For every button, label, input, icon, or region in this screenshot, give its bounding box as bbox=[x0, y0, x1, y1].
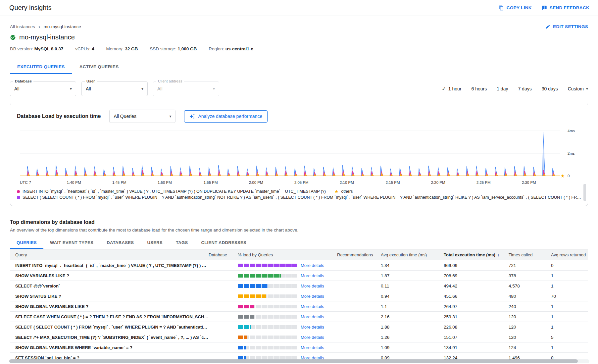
load-bar bbox=[238, 264, 297, 267]
legend-dot-icon bbox=[17, 190, 20, 193]
column-header-recommendations[interactable]: Recommendations bbox=[337, 252, 381, 257]
query-text: SELECT CASE WHEN COUNT ( * ) = ? THEN ? … bbox=[15, 314, 209, 319]
avg-execution-time-cell: 0.94 bbox=[381, 294, 444, 299]
more-details-link[interactable]: More details bbox=[301, 314, 324, 319]
chart-legend: INSERT INTO `mysql` . `heartbeat` ( `id`… bbox=[17, 189, 581, 203]
queries-table: QueryDatabase% load by QueriesRecommenda… bbox=[10, 249, 588, 363]
table-row: INSERT INTO `mysql` . `heartbeat` ( `id`… bbox=[10, 260, 588, 271]
column-header-query[interactable]: Query bbox=[10, 252, 209, 257]
detail-label: Memory: bbox=[106, 46, 124, 51]
more-details-link[interactable]: More details bbox=[301, 294, 324, 299]
dim-tab-client-addresses[interactable]: CLIENT ADDRESSES bbox=[195, 236, 253, 249]
client-address-filter-select: Client address All ▾ bbox=[153, 81, 219, 96]
detail-value: MySQL 8.0.37 bbox=[34, 46, 64, 51]
time-range-7-days[interactable]: 7 days bbox=[518, 86, 531, 91]
legend-entry-dot: INSERT INTO `mysql` . `heartbeat` ( `id`… bbox=[17, 189, 326, 194]
svg-text:1:45 PM: 1:45 PM bbox=[112, 181, 126, 184]
query-cell: SELECT @@`version` bbox=[10, 284, 209, 288]
dim-tab-queries[interactable]: QUERIES bbox=[10, 236, 43, 249]
check-circle-icon bbox=[10, 34, 16, 40]
copy-icon bbox=[499, 5, 504, 11]
send-feedback-label: SEND FEEDBACK bbox=[550, 5, 589, 10]
column-header-times-called[interactable]: Times called bbox=[509, 252, 551, 257]
column-header-database[interactable]: Database bbox=[209, 252, 238, 257]
chevron-down-icon: ▾ bbox=[141, 86, 143, 91]
times-called-cell: 480 bbox=[509, 294, 551, 299]
column-header-label: Avg rows returned bbox=[551, 252, 586, 257]
load-bar-fill bbox=[238, 336, 247, 339]
avg-rows-returned-cell: 1 bbox=[551, 273, 588, 278]
column-header-label: Total execution time (ms) bbox=[444, 252, 495, 257]
more-details-link[interactable]: More details bbox=[301, 263, 324, 268]
detail-value: us-central1-c bbox=[225, 46, 253, 51]
load-bar-fill bbox=[238, 284, 268, 288]
column-header-avg-rows-returned[interactable]: Avg rows returned bbox=[551, 252, 588, 257]
load-cell: More details bbox=[238, 335, 337, 340]
avg-rows-returned-cell: 1 bbox=[551, 304, 588, 309]
more-details-link[interactable]: More details bbox=[301, 284, 324, 288]
time-range-6-hours[interactable]: 6 hours bbox=[471, 86, 487, 91]
dim-tab-databases[interactable]: DATABASES bbox=[100, 236, 140, 249]
svg-text:★: ★ bbox=[561, 173, 565, 179]
times-called-cell: 120 bbox=[509, 325, 551, 330]
breadcrumb-all-instances[interactable]: All instances bbox=[10, 24, 35, 29]
table-row: SHOW GLOBAL VARIABLES LIKE ?More details… bbox=[10, 301, 588, 312]
table-row: SHOW STATUS LIKE ?More details0.94451.66… bbox=[10, 291, 588, 301]
analyze-database-performance-button[interactable]: Analyze database performance bbox=[184, 110, 268, 123]
time-range-1-hour[interactable]: ✓1 hour bbox=[442, 86, 461, 92]
tab-active-queries[interactable]: ACTIVE QUERIES bbox=[72, 60, 126, 74]
query-scope-select[interactable]: All Queries ▾ bbox=[109, 110, 175, 123]
query-cell: SHOW STATUS LIKE ? bbox=[10, 294, 209, 299]
column-header-label: Database bbox=[209, 252, 227, 257]
times-called-cell: 721 bbox=[509, 263, 551, 268]
time-range-1-day[interactable]: 1 day bbox=[497, 86, 508, 91]
column-header-total-execution-time-ms[interactable]: Total execution time (ms)↓ bbox=[444, 252, 509, 257]
column-header-avg-execution-time-ms[interactable]: Avg execution time (ms) bbox=[381, 252, 444, 257]
time-range-label: 6 hours bbox=[471, 86, 487, 91]
total-execution-time-cell: 151.07 bbox=[444, 335, 509, 340]
more-details-link[interactable]: More details bbox=[301, 335, 324, 340]
svg-text:2:30 PM: 2:30 PM bbox=[522, 181, 536, 184]
send-feedback-button[interactable]: SEND FEEDBACK bbox=[542, 5, 589, 11]
time-range-30-days[interactable]: 30 days bbox=[542, 86, 558, 91]
dim-tab-wait-event-types[interactable]: WAIT EVENT TYPES bbox=[43, 236, 100, 249]
legend-scrollbar[interactable] bbox=[583, 184, 586, 201]
avg-execution-time-cell: 1.09 bbox=[381, 345, 444, 350]
more-details-link[interactable]: More details bbox=[301, 325, 324, 330]
svg-text:2:15 PM: 2:15 PM bbox=[386, 181, 400, 184]
legend-star-icon: ★ bbox=[334, 189, 339, 194]
time-range-custom[interactable]: Custom▾ bbox=[568, 86, 588, 91]
more-details-link[interactable]: More details bbox=[301, 273, 324, 278]
detail-label: DB version: bbox=[10, 46, 33, 51]
main-tabs: EXECUTED QUERIESACTIVE QUERIES bbox=[10, 60, 588, 74]
copy-link-button[interactable]: COPY LINK bbox=[499, 5, 532, 11]
horizontal-scrollbar-thumb[interactable] bbox=[9, 359, 578, 363]
edit-settings-button[interactable]: EDIT SETTINGS bbox=[545, 24, 588, 29]
column-header-load-by-queries[interactable]: % load by Queries bbox=[238, 252, 337, 257]
client-address-filter-value: All bbox=[157, 86, 163, 91]
copy-link-label: COPY LINK bbox=[507, 5, 532, 10]
times-called-cell: 120 bbox=[509, 335, 551, 340]
more-details-link[interactable]: More details bbox=[301, 304, 324, 309]
dim-tab-users[interactable]: USERS bbox=[140, 236, 169, 249]
avg-execution-time-cell: 0.11 bbox=[381, 284, 444, 288]
tab-executed-queries[interactable]: EXECUTED QUERIES bbox=[10, 60, 72, 74]
legend-label: SELECT ( SELECT COUNT ( * ) FROM `mysql`… bbox=[23, 195, 581, 200]
top-dimensions-description: An overview of the top dimensions that c… bbox=[10, 228, 588, 233]
times-called-cell: 124 bbox=[509, 345, 551, 350]
table-header-row: QueryDatabase% load by QueriesRecommenda… bbox=[10, 249, 588, 260]
database-filter-label: Database bbox=[13, 79, 33, 83]
avg-execution-time-cell: 1.34 bbox=[381, 263, 444, 268]
load-cell: More details bbox=[238, 304, 337, 309]
dimension-tabs: QUERIESWAIT EVENT TYPESDATABASESUSERSTAG… bbox=[10, 236, 588, 249]
svg-text:2:25 PM: 2:25 PM bbox=[476, 181, 491, 184]
more-details-link[interactable]: More details bbox=[301, 345, 324, 350]
database-filter-select[interactable]: Database All ▾ bbox=[10, 81, 76, 96]
database-load-chart[interactable]: ★4ms2ms0UTC-71:40 PM1:45 PM1:50 PM1:55 P… bbox=[17, 126, 581, 188]
sparkle-icon bbox=[189, 114, 195, 119]
dim-tab-tags[interactable]: TAGS bbox=[169, 236, 195, 249]
query-cell: SELECT /*+ MAX_EXECUTION_TIME (?) */ `SU… bbox=[10, 335, 209, 340]
horizontal-scrollbar-track[interactable] bbox=[9, 359, 589, 363]
user-filter-select[interactable]: User All ▾ bbox=[81, 81, 148, 96]
table-row: SELECT ( SELECT COUNT ( * ) FROM `mysql`… bbox=[10, 322, 588, 332]
